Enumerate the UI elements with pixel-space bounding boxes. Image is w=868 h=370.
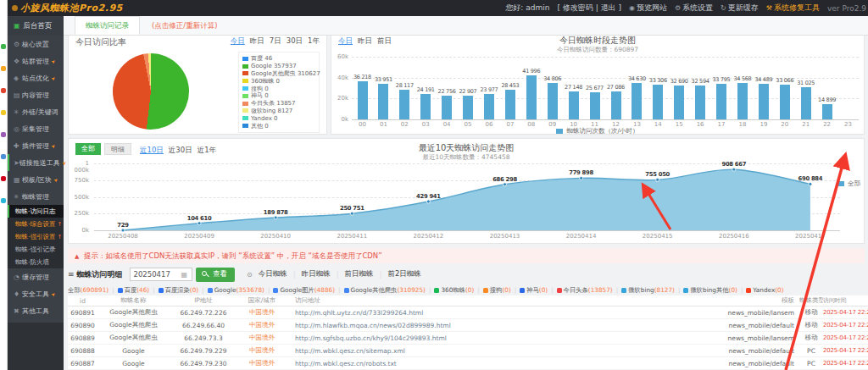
bar-00[interactable] bbox=[358, 81, 368, 119]
bookmark-icon[interactable] bbox=[1, 154, 6, 159]
filter-微软bing[interactable]: 微软bing(8127) bbox=[621, 286, 675, 295]
view-button[interactable]: 查看 bbox=[196, 268, 235, 282]
trend-data-point[interactable] bbox=[732, 168, 736, 171]
sidebar-item-10[interactable]: 蜘蛛·访问日志 bbox=[8, 205, 64, 218]
sidebar-item-7[interactable]: ➤链接推送工具➤ bbox=[8, 154, 64, 171]
topbar-link[interactable]: ⚒系统修复工具 bbox=[766, 3, 820, 14]
sidebar-item-1[interactable]: ❖站群管理➤ bbox=[8, 52, 64, 69]
tab-spider-access-log[interactable]: 蜘蛛访问记录 bbox=[75, 16, 140, 35]
bar-07[interactable] bbox=[505, 90, 515, 119]
sidebar-item-9[interactable]: ✳蜘蛛管理 bbox=[8, 188, 64, 205]
day-link-1[interactable]: 昨日蜘蛛 bbox=[302, 269, 331, 279]
sidebar-item-11[interactable]: 蜘蛛·综合设置↑ bbox=[8, 218, 64, 230]
day-link-2[interactable]: 前日蜘蛛 bbox=[345, 269, 374, 279]
cell-4[interactable]: http://m.qhlt.uytz.cn/d/733l299264.html bbox=[287, 309, 702, 317]
filter-微软bing其他[interactable]: 微软bing其他(0) bbox=[683, 286, 737, 295]
day-link-3[interactable]: 前2日蜘蛛 bbox=[387, 269, 420, 279]
trend-legend[interactable]: 全部 bbox=[837, 179, 860, 188]
filter-360蜘蛛[interactable]: 360蜘蛛(0) bbox=[434, 286, 474, 295]
bookmark-icon[interactable] bbox=[1, 66, 6, 71]
cell-4[interactable]: http://m.wbkl.qesz.cn/robots.txt bbox=[287, 360, 702, 367]
bar-22[interactable] bbox=[822, 104, 832, 119]
filter-Yandex[interactable]: Yandex(0) bbox=[746, 286, 783, 294]
bar-15[interactable] bbox=[674, 86, 684, 119]
trend-data-point[interactable] bbox=[580, 176, 583, 179]
sidebar-item-2[interactable]: ◈站点优化➤ bbox=[8, 69, 64, 86]
filter-Google其他爬虫[interactable]: Google其他爬虫(310925) bbox=[344, 286, 426, 295]
bar-16[interactable] bbox=[695, 86, 705, 119]
bar-14[interactable] bbox=[653, 85, 663, 119]
bookmark-icon[interactable] bbox=[1, 88, 6, 93]
pie-range-2[interactable]: 7日 bbox=[270, 36, 281, 47]
bar-09[interactable] bbox=[548, 83, 558, 119]
bar-04[interactable] bbox=[442, 96, 452, 119]
bookmark-icon[interactable] bbox=[1, 176, 6, 181]
legend-item[interactable]: 百度 46 bbox=[242, 55, 315, 63]
trend-data-point[interactable] bbox=[426, 200, 430, 203]
pie-range-0[interactable]: 今日 bbox=[231, 36, 245, 47]
trend-data-point[interactable] bbox=[274, 216, 277, 219]
sidebar-item-3[interactable]: ▤内容管理 bbox=[8, 86, 64, 103]
bookmark-icon[interactable] bbox=[1, 198, 6, 203]
cell-4[interactable]: http://m.sgfsbq.uzbo.cn/khy9/104c299893.… bbox=[287, 334, 702, 342]
date-input[interactable] bbox=[130, 268, 192, 281]
sidebar-item-17[interactable]: ✖其他工具 bbox=[8, 302, 64, 319]
trend-data-point[interactable] bbox=[198, 222, 201, 225]
pie-range-1[interactable]: 昨日 bbox=[250, 36, 264, 47]
day-link-0[interactable]: 今日蜘蛛 bbox=[259, 269, 287, 279]
bookmark-icon[interactable] bbox=[1, 132, 6, 137]
cell-4[interactable]: http://m.hlawfkb.mqoa.cn/news/02d899989.… bbox=[287, 322, 702, 329]
account-links[interactable]: [ 修改密码 | 退出 ] bbox=[557, 3, 621, 14]
filter-Google图片[interactable]: Google图片(4886) bbox=[273, 286, 335, 295]
trend-data-point[interactable] bbox=[121, 229, 125, 232]
bar-01[interactable] bbox=[378, 84, 388, 119]
bar-05[interactable] bbox=[463, 96, 473, 119]
sidebar-item-home[interactable]: ▣ 后台首页 bbox=[8, 16, 64, 36]
trend-data-point[interactable] bbox=[350, 212, 353, 215]
sidebar-item-15[interactable]: ◔缓存管理 bbox=[8, 268, 64, 285]
bar-18[interactable] bbox=[737, 83, 748, 119]
sidebar-item-5[interactable]: ◎采集管理 bbox=[8, 120, 64, 137]
sidebar-item-14[interactable]: 蜘蛛·防火墙 bbox=[8, 256, 64, 268]
trend-data-point[interactable] bbox=[504, 183, 507, 186]
topbar-link[interactable]: ↻更新缓存 bbox=[721, 3, 759, 14]
legend-item[interactable]: 微软bing 8127 bbox=[242, 108, 315, 115]
topbar-link[interactable]: ◉预览网站 bbox=[629, 3, 667, 14]
sidebar-item-4[interactable]: ✳外链/关键词 bbox=[8, 103, 64, 120]
bookmark-icon[interactable] bbox=[1, 110, 6, 115]
filter-Google[interactable]: Google(353678) bbox=[208, 286, 264, 294]
filter-今日头条[interactable]: 今日头条(13857) bbox=[557, 286, 613, 295]
filter-神马[interactable]: 神马(0) bbox=[520, 286, 548, 295]
bar-06[interactable] bbox=[484, 94, 494, 119]
filter-搜狗[interactable]: 搜狗(0) bbox=[483, 286, 511, 295]
bar-legend[interactable]: 蜘蛛访问次数（次/小时） bbox=[331, 127, 864, 135]
bar-03[interactable] bbox=[420, 94, 431, 119]
bar-10[interactable] bbox=[569, 91, 579, 120]
sidebar-item-16[interactable]: ♦安全工具➤ bbox=[8, 285, 64, 302]
bar-17[interactable] bbox=[716, 84, 726, 119]
tab-recalc-note[interactable]: (点击修正/重新计算) bbox=[152, 16, 218, 35]
topbar-link[interactable]: ⚙系统设置 bbox=[675, 3, 713, 14]
sidebar-item-6[interactable]: ✚插件管理➤ bbox=[8, 137, 64, 154]
legend-item[interactable]: 其他 0 bbox=[242, 122, 315, 130]
bar-02[interactable] bbox=[399, 90, 409, 119]
cell-4[interactable]: http://m.wbkl.qesz.cn/sitemap.xml bbox=[287, 347, 702, 355]
bar-12[interactable] bbox=[611, 91, 621, 119]
filter-百度[interactable]: 百度(46) bbox=[118, 286, 150, 295]
trend-data-point[interactable] bbox=[656, 178, 659, 181]
sidebar-item-12[interactable]: 蜘蛛·强引设置↑ bbox=[8, 230, 64, 243]
pie-range-4[interactable]: 1年 bbox=[308, 36, 320, 47]
sidebar-item-0[interactable]: ⚙核心设置 bbox=[8, 36, 64, 52]
bar-11[interactable] bbox=[590, 92, 600, 119]
sidebar-item-8[interactable]: ▦模板/区块➤ bbox=[8, 171, 64, 188]
pie-range-3[interactable]: 30日 bbox=[287, 36, 303, 47]
trend-data-point[interactable] bbox=[809, 182, 812, 185]
bar-13[interactable] bbox=[632, 83, 642, 119]
bookmark-icon[interactable] bbox=[1, 44, 6, 49]
filter-百度渲染[interactable]: 百度渲染(0) bbox=[159, 286, 199, 295]
bar-19[interactable] bbox=[759, 84, 769, 120]
bar-08[interactable] bbox=[526, 75, 537, 119]
bar-20[interactable] bbox=[780, 85, 790, 119]
bar-21[interactable] bbox=[801, 87, 811, 119]
filter-全部[interactable]: 全部(690891) bbox=[68, 286, 108, 295]
